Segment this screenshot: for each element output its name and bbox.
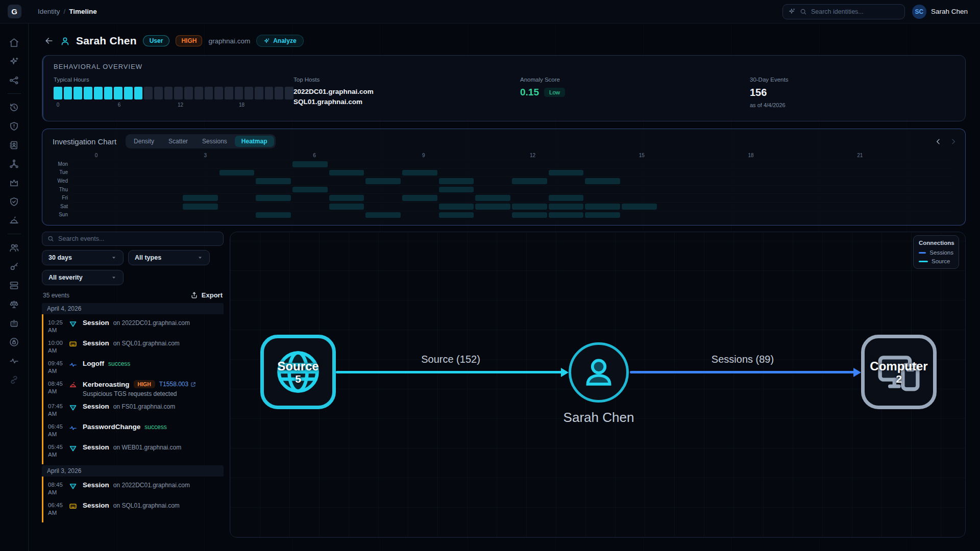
heatmap-row-mon: Mon: [51, 160, 957, 168]
event-time: 10:25AM: [48, 319, 68, 334]
heatmap-cell[interactable]: [292, 161, 328, 167]
heatmap-cell[interactable]: [402, 170, 437, 176]
heatmap-cell[interactable]: [439, 187, 474, 193]
topbar-right: SC Sarah Chen: [782, 4, 980, 19]
sidebar-item-servers[interactable]: [6, 277, 23, 294]
sidebar-item-lock-circle[interactable]: [6, 333, 23, 350]
sidebar-item-alarm-bell[interactable]: [6, 212, 23, 229]
severity-select[interactable]: All severity: [42, 270, 124, 285]
heatmap-cell[interactable]: [365, 178, 401, 184]
hour-block-16: [214, 87, 223, 99]
heatmap-cell[interactable]: [439, 212, 474, 218]
sidebar-item-graph-network[interactable]: [6, 71, 23, 89]
breadcrumb-current: Timeline: [69, 8, 97, 15]
heatmap-cell[interactable]: [439, 178, 474, 184]
sidebar-item-ai-assist[interactable]: [6, 53, 23, 70]
sidebar-item-home[interactable]: [6, 34, 23, 51]
tab-sessions[interactable]: Sessions: [195, 136, 234, 147]
sidebar-item-link[interactable]: [6, 371, 23, 388]
heatmap-cell[interactable]: [256, 195, 291, 201]
heatmap-cell[interactable]: [512, 212, 547, 218]
heatmap-cell[interactable]: [475, 195, 510, 201]
search-input[interactable]: [811, 8, 899, 15]
events-search[interactable]: [42, 232, 224, 246]
activity-icon: [9, 356, 19, 366]
event-row[interactable]: 09:45AMLogoffsuccess: [43, 357, 224, 378]
heatmap-cell[interactable]: [549, 195, 584, 201]
heatmap-cell[interactable]: [585, 212, 620, 218]
event-title: Session: [83, 319, 109, 327]
tab-scatter[interactable]: Scatter: [162, 136, 194, 147]
tab-heatmap[interactable]: Heatmap: [235, 136, 274, 147]
event-type-select[interactable]: All types: [128, 250, 210, 265]
tab-density[interactable]: Density: [127, 136, 161, 147]
sidebar-item-crown[interactable]: [6, 174, 23, 191]
heatmap-cell[interactable]: [549, 204, 584, 210]
identity-search[interactable]: [782, 4, 905, 19]
breadcrumb-parent[interactable]: Identity: [38, 8, 60, 15]
sidebar-item-activity[interactable]: [6, 352, 23, 369]
heatmap-track: [73, 177, 951, 185]
sidebar-item-shield-check[interactable]: [6, 193, 23, 210]
heatmap-cell[interactable]: [439, 204, 474, 210]
heatmap-cell[interactable]: [183, 195, 218, 201]
event-row[interactable]: 10:25AMSessionon 2022DC01.graphnai.com: [43, 316, 224, 337]
heatmap-row-thu: Thu: [51, 185, 957, 194]
sidebar-item-robot[interactable]: [6, 314, 23, 332]
anomaly-score-value: 0.15: [520, 87, 539, 98]
edge-source: [336, 371, 562, 373]
investigation-chart-panel: Investigation Chart DensityScatterSessio…: [42, 129, 966, 226]
heatmap-cell[interactable]: [256, 178, 291, 184]
event-row[interactable]: 06:45AMSessionon SQL01.graphnai.com: [43, 499, 224, 519]
date-range-select[interactable]: 30 days: [42, 250, 124, 265]
heatmap-cell[interactable]: [512, 204, 547, 210]
event-row[interactable]: 07:45AMSessionon FS01.graphnai.com: [43, 400, 224, 420]
heatmap-cell[interactable]: [365, 212, 401, 218]
heatmap-cell[interactable]: [329, 170, 364, 176]
back-button[interactable]: [44, 36, 54, 46]
app-logo[interactable]: G: [8, 5, 21, 18]
hour-tick-label: 6: [118, 102, 121, 108]
sidebar-item-history[interactable]: [6, 98, 23, 116]
heatmap-cell[interactable]: [256, 212, 291, 218]
heatmap-cell[interactable]: [402, 195, 437, 201]
event-row[interactable]: 10:00AMSessionon SQL01.graphnai.com: [43, 337, 224, 357]
event-row[interactable]: 08:45AMKerberoastingHIGHT1558.003Suspici…: [43, 378, 224, 400]
heatmap-cell[interactable]: [329, 195, 364, 201]
sidebar-item-id-card[interactable]: [6, 136, 23, 154]
export-label: Export: [202, 291, 223, 299]
heatmap-cell[interactable]: [219, 170, 255, 176]
node-user[interactable]: Sarah Chen: [569, 342, 629, 403]
sidebar-item-users[interactable]: [6, 239, 23, 256]
relationship-graph[interactable]: Connections SessionsSource Source (152) …: [230, 232, 966, 538]
event-row[interactable]: 08:45AMSessionon 2022DC01.graphnai.com: [43, 479, 224, 499]
export-button[interactable]: Export: [190, 291, 223, 299]
heatmap-row-sat: Sat: [51, 202, 957, 211]
chevron-right-icon[interactable]: [949, 138, 957, 145]
events-search-input[interactable]: [58, 235, 218, 242]
sidebar-item-shield-alert[interactable]: [6, 117, 23, 135]
heatmap-cell[interactable]: [329, 204, 364, 210]
heatmap-cell[interactable]: [549, 170, 584, 176]
user-menu[interactable]: SC Sarah Chen: [912, 5, 968, 19]
event-row[interactable]: 05:45AMSessionon WEB01.graphnai.com: [43, 441, 224, 461]
sidebar-item-key[interactable]: [6, 258, 23, 275]
analyze-button[interactable]: Analyze: [256, 35, 303, 47]
heatmap-cell[interactable]: [475, 204, 510, 210]
heatmap-cell[interactable]: [183, 204, 218, 210]
chevron-left-icon[interactable]: [935, 138, 942, 145]
sidebar-item-scales[interactable]: [6, 295, 23, 313]
sidebar-item-hierarchy[interactable]: [6, 155, 23, 172]
key-icon: [9, 261, 19, 272]
heatmap-cell[interactable]: [512, 178, 547, 184]
heatmap-cell[interactable]: [549, 212, 584, 218]
heatmap-cell[interactable]: [585, 178, 620, 184]
node-source[interactable]: Source 5: [260, 335, 336, 409]
robot-icon: [9, 318, 19, 329]
heatmap-cell[interactable]: [585, 204, 620, 210]
heatmap-cell[interactable]: [622, 204, 657, 210]
technique-link[interactable]: T1558.003: [159, 381, 196, 388]
event-row[interactable]: 06:45AMPasswordChangesuccess: [43, 420, 224, 441]
heatmap-cell[interactable]: [292, 187, 328, 193]
node-computer[interactable]: Computer 2: [861, 335, 937, 409]
